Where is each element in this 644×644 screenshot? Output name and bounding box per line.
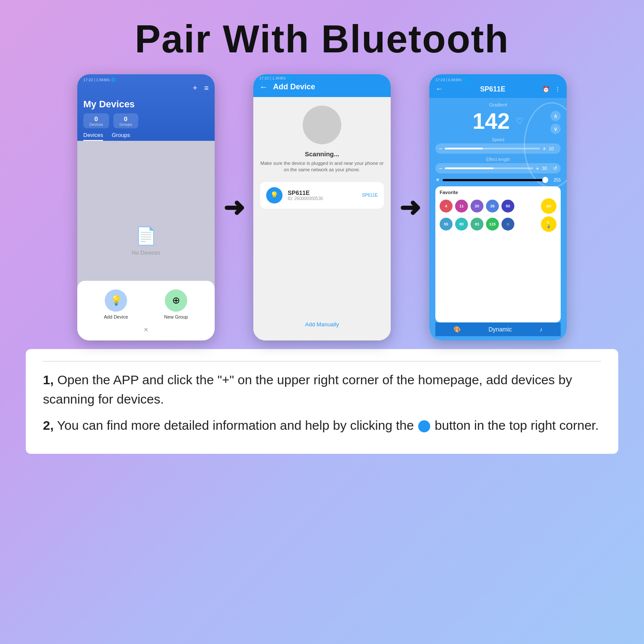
- effect-slider-row: − + 30 ↺: [435, 163, 561, 173]
- edit-button[interactable]: ✏: [541, 198, 556, 214]
- effect-section: Effect length − + 30 ↺: [435, 157, 561, 173]
- new-group-label: New Group: [164, 314, 188, 319]
- chevron-down[interactable]: ∨: [550, 124, 561, 134]
- devices-count-badge: 0 Devices: [83, 113, 109, 128]
- screen1-tab-labels: Devices Groups: [83, 128, 209, 141]
- color-circle-55[interactable]: 55: [440, 218, 453, 231]
- color-circle-4[interactable]: 4: [440, 200, 453, 213]
- screen2-back-icon[interactable]: ←: [259, 82, 268, 92]
- effect-plus[interactable]: +: [536, 165, 539, 172]
- screen1-status-bar: 17:22 | 1.5KB/s 🌐: [83, 78, 209, 82]
- add-device-item[interactable]: 💡 Add Device: [104, 289, 128, 319]
- chevrons: ∧ ∨: [550, 111, 561, 134]
- heart-icon[interactable]: ♡: [516, 116, 523, 126]
- desc1-number: 1,: [43, 373, 54, 387]
- color-circle-smiley[interactable]: ☺: [501, 218, 514, 231]
- scanning-sub: Make sure the device is plugged in and n…: [260, 160, 384, 173]
- device-icon: 💡: [266, 187, 283, 204]
- color-circle-26[interactable]: 26: [486, 200, 499, 213]
- screen2-header: 17:22 | 1.3KB/s 🌐 ← Add Device: [253, 74, 391, 97]
- s3-status-text: 17:23 | 0.6KB/s 🌐: [435, 78, 468, 82]
- close-icon[interactable]: ×: [144, 325, 149, 334]
- screen1-bottom-sheet: 💡 Add Device ⊕ New Group ×: [77, 281, 215, 340]
- screen3-icons: ⏰ ⋮: [542, 86, 561, 93]
- color-circle-115[interactable]: 115: [486, 218, 499, 231]
- page-title: Pair With Bluetooth: [0, 0, 644, 74]
- screen2-title: Add Device: [273, 82, 315, 91]
- light-button[interactable]: 💡: [541, 216, 556, 232]
- gradient-label: Gradient: [435, 102, 561, 107]
- speed-label: Speed: [435, 137, 561, 142]
- effect-minus[interactable]: −: [439, 165, 442, 172]
- screen3-top-row: ← SP611E ⏰ ⋮: [435, 85, 561, 94]
- s1-status-text: 17:22 | 1.5KB/s 🌐: [83, 78, 115, 82]
- refresh-icon[interactable]: ↺: [553, 165, 557, 171]
- desc2-text: You can find more detailed information a…: [57, 418, 417, 432]
- add-manually-button[interactable]: Add Manually: [301, 317, 343, 332]
- color-circle-83[interactable]: 83: [471, 218, 483, 231]
- color-circle-20[interactable]: 20: [471, 200, 483, 213]
- new-group-item[interactable]: ⊕ New Group: [164, 289, 188, 319]
- number-row: 142 ♡: [435, 108, 561, 134]
- desc1-text: Open the APP and click the "+" on the up…: [43, 373, 572, 406]
- s2-status-text: 17:22 | 1.3KB/s 🌐: [259, 76, 292, 80]
- speed-minus[interactable]: −: [439, 145, 442, 152]
- speed-value: 10: [549, 146, 557, 151]
- tab-groups[interactable]: Groups: [112, 132, 130, 141]
- effect-track[interactable]: [445, 167, 533, 169]
- screen1-close-row: ×: [86, 325, 206, 334]
- tab-devices[interactable]: Devices: [83, 132, 103, 141]
- scan-circle: [303, 106, 341, 144]
- screen3-body: Gradient 142 ♡ ∧ ∨ Speed − + 10: [429, 98, 567, 340]
- clock-icon[interactable]: ⏰: [542, 86, 550, 93]
- screen1-header: 17:22 | 1.5KB/s 🌐 + ≡ My Devices 0 Devic…: [77, 74, 215, 141]
- desc2-text2: button in the top right corner.: [435, 418, 599, 432]
- phone-screen-3: 17:23 | 0.6KB/s 🌐 ← SP611E ⏰ ⋮ Gradient …: [429, 74, 567, 340]
- speed-track[interactable]: [445, 148, 540, 149]
- devices-label: Devices: [89, 122, 103, 127]
- phone-screen-1: 17:22 | 1.5KB/s 🌐 + ≡ My Devices 0 Devic…: [77, 74, 215, 340]
- phone-screen-2: 17:22 | 1.3KB/s 🌐 ← Add Device Scanning.…: [253, 74, 391, 340]
- more-icon[interactable]: ⋮: [555, 86, 561, 93]
- devices-count: 0: [89, 115, 103, 122]
- arrow-1: ➜: [223, 192, 245, 222]
- scanning-text: Scanning...: [305, 150, 339, 158]
- plus-icon[interactable]: +: [193, 84, 197, 93]
- brightness-value: 255: [553, 178, 561, 182]
- music-icon[interactable]: ♪: [540, 326, 543, 333]
- screen3-back-icon[interactable]: ←: [435, 85, 443, 94]
- no-devices-text: No Devices: [132, 249, 160, 256]
- screen3-status-bar: 17:23 | 0.6KB/s 🌐: [435, 78, 561, 82]
- new-group-circle: ⊕: [165, 289, 187, 312]
- color-circle-11[interactable]: 11: [455, 200, 468, 213]
- screen2-body: Scanning... Make sure the device is plug…: [253, 97, 391, 340]
- device-tag: SP611E: [362, 193, 378, 197]
- screen3-bottom-bar: 🎨 Dynamic ♪: [435, 322, 561, 336]
- favorite-section: Favorite 4 11 20 26 50 ✏ 55 80 83 115 ☺ …: [435, 186, 561, 322]
- color-row-2: 55 80 83 115 ☺ 💡: [440, 216, 556, 232]
- device-card[interactable]: 💡 SP611E ID: 260000000536 SP611E: [260, 182, 384, 209]
- screen3-header: 17:23 | 0.6KB/s 🌐 ← SP611E ⏰ ⋮: [429, 74, 567, 98]
- color-circle-80[interactable]: 80: [455, 218, 468, 231]
- effect-track-fill: [445, 167, 493, 169]
- chevron-up[interactable]: ∧: [550, 111, 561, 121]
- dynamic-label[interactable]: Dynamic: [489, 326, 512, 333]
- inline-bluetooth-icon: [418, 420, 430, 432]
- arrow-2: ➜: [399, 192, 421, 222]
- speed-plus[interactable]: +: [543, 145, 546, 152]
- color-circle-50[interactable]: 50: [501, 200, 514, 213]
- screen1-top-row: + ≡: [83, 84, 209, 95]
- speed-track-fill: [445, 148, 483, 149]
- menu-icon[interactable]: ≡: [204, 84, 209, 93]
- add-device-label: Add Device: [104, 314, 128, 319]
- brightness-track[interactable]: [443, 179, 548, 181]
- device-id: ID: 260000000536: [288, 196, 357, 201]
- speed-slider-row: − + 10: [435, 143, 561, 154]
- effect-label: Effect length: [435, 157, 561, 162]
- brightness-thumb: [542, 177, 548, 183]
- groups-label: Groups: [119, 122, 132, 127]
- screen1-tabs-row: 0 Devices 0 Groups: [83, 113, 209, 128]
- palette-icon[interactable]: 🎨: [453, 326, 461, 333]
- description-2: 2, You can find more detailed informatio…: [43, 416, 601, 435]
- no-devices-icon: 📄: [135, 226, 157, 246]
